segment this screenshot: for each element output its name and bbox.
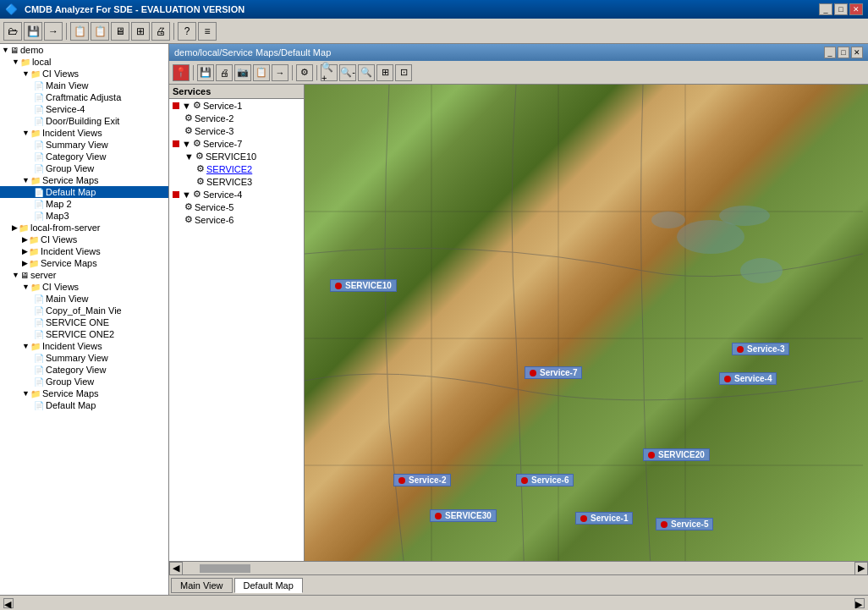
map-close-button[interactable]: ✕ bbox=[851, 47, 863, 58]
map-fit-button[interactable]: ⊞ bbox=[376, 64, 393, 81]
map-save-button[interactable]: 💾 bbox=[197, 64, 214, 81]
window-controls[interactable]: _ □ ✕ bbox=[819, 3, 863, 15]
service-item-service7[interactable]: ▼ ⚙ Service-7 bbox=[169, 137, 304, 150]
paste-button[interactable]: 📋 bbox=[91, 22, 109, 41]
expand-icon[interactable]: ▼ bbox=[2, 46, 9, 54]
tab-default-map[interactable]: Default Map bbox=[234, 578, 303, 593]
tree-item-main-view[interactable]: 📄 Main View bbox=[0, 80, 168, 91]
expand-icon[interactable]: ▼ bbox=[12, 271, 19, 279]
status-nav-right[interactable]: ▶ bbox=[854, 598, 865, 608]
tree-item-main-view-s[interactable]: 📄 Main View bbox=[0, 293, 168, 305]
service-item-service10[interactable]: ▼ ⚙ SERVICE10 bbox=[169, 150, 304, 162]
expand-icon[interactable]: ▼ bbox=[22, 283, 30, 291]
tree-item-summary-view[interactable]: 📄 Summary View bbox=[0, 139, 168, 151]
expand-icon[interactable]: ▼ bbox=[12, 58, 19, 66]
expand-icon[interactable]: ▼ bbox=[22, 342, 30, 350]
map-settings-button[interactable]: ⚙ bbox=[296, 64, 313, 81]
tree-item-map3[interactable]: 📄 Map3 bbox=[0, 210, 168, 222]
tree-item-service-maps-local[interactable]: ▼ 📁 Service Maps bbox=[0, 174, 168, 186]
save-button[interactable]: 💾 bbox=[24, 22, 42, 41]
expand-icon[interactable]: ▼ bbox=[182, 139, 191, 149]
tree-item-incident-local[interactable]: ▼ 📁 Incident Views bbox=[0, 127, 168, 139]
map-zoom-out-button[interactable]: 🔍- bbox=[339, 64, 356, 81]
expand-icon[interactable]: ▼ bbox=[22, 389, 30, 398]
service-item-service30[interactable]: ⚙ SERVICE3 bbox=[169, 175, 304, 188]
map-pin-button[interactable]: 📍 bbox=[173, 64, 190, 81]
map-label-service20[interactable]: SERVICE20 bbox=[643, 448, 710, 461]
service-item-service3[interactable]: ⚙ Service-3 bbox=[169, 124, 304, 137]
tree-item-copy-main[interactable]: 📄 Copy_of_Main Vie bbox=[0, 305, 168, 316]
scroll-thumb[interactable] bbox=[200, 564, 250, 573]
view-button[interactable]: 🖥 bbox=[111, 22, 129, 41]
service-item-service20[interactable]: ⚙ SERVICE2 bbox=[169, 162, 304, 175]
expand-icon[interactable]: ▼ bbox=[22, 176, 30, 184]
tree-item-ci-server[interactable]: ▼ 📁 CI Views bbox=[0, 281, 168, 293]
tree-item-incident-lfs[interactable]: ▶ 📁 Incident Views bbox=[0, 245, 168, 257]
help-button[interactable]: ? bbox=[178, 22, 196, 41]
map-snap-button[interactable]: 📷 bbox=[234, 64, 251, 81]
service-item-service4[interactable]: ▼ ⚙ Service-4 bbox=[169, 188, 304, 201]
scroll-right-button[interactable]: ▶ bbox=[854, 562, 868, 575]
service-item-service2[interactable]: ⚙ Service-2 bbox=[169, 112, 304, 124]
service-item-service6[interactable]: ⚙ Service-6 bbox=[169, 213, 304, 226]
tree-item-group-view[interactable]: 📄 Group View bbox=[0, 162, 168, 174]
expand-icon[interactable]: ▼ bbox=[182, 101, 191, 111]
minimize-button[interactable]: _ bbox=[819, 3, 832, 15]
tree-item-summary-s[interactable]: 📄 Summary View bbox=[0, 352, 168, 364]
tree-item-service-one[interactable]: 📄 SERVICE ONE bbox=[0, 316, 168, 328]
expand-icon[interactable]: ▼ bbox=[22, 129, 30, 137]
tree-item-group-s[interactable]: 📄 Group View bbox=[0, 376, 168, 387]
new-button[interactable]: 🗁 bbox=[3, 22, 22, 41]
expand-icon[interactable]: ▶ bbox=[22, 247, 28, 256]
tab-main-view[interactable]: Main View bbox=[171, 578, 233, 593]
tree-item-door[interactable]: 📄 Door/Building Exit bbox=[0, 115, 168, 127]
expand-icon[interactable]: ▶ bbox=[12, 223, 18, 232]
map-copy-button[interactable]: 📋 bbox=[253, 64, 270, 81]
map-label-service7[interactable]: Service-7 bbox=[525, 366, 582, 379]
tree-item-local-from-server[interactable]: ▶ 📁 local-from-server bbox=[0, 222, 168, 234]
map-label-service1[interactable]: Service-1 bbox=[575, 512, 633, 525]
tree-item-local[interactable]: ▼ 📁 local bbox=[0, 56, 168, 68]
tree-item-service4[interactable]: 📄 Service-4 bbox=[0, 103, 168, 115]
tree-item-svcmaps-server[interactable]: ▼ 📁 Service Maps bbox=[0, 387, 168, 399]
tree-item-server[interactable]: ▼ 🖥 server bbox=[0, 269, 168, 281]
tree-item-craftmatic[interactable]: 📄 Craftmatic Adjusta bbox=[0, 91, 168, 103]
print-tree-button[interactable]: → bbox=[44, 22, 63, 41]
tree-item-svcmaps-lfs[interactable]: ▶ 📁 Service Maps bbox=[0, 257, 168, 269]
tree-item-service-one2[interactable]: 📄 SERVICE ONE2 bbox=[0, 328, 168, 340]
tree-item-incident-server[interactable]: ▼ 📁 Incident Views bbox=[0, 340, 168, 352]
tree-item-default-map-s[interactable]: 📄 Default Map bbox=[0, 399, 168, 411]
expand-icon[interactable]: ▼ bbox=[182, 190, 191, 200]
map-label-service10[interactable]: SERVICE10 bbox=[330, 279, 397, 292]
map-minimize-button[interactable]: _ bbox=[824, 47, 836, 58]
tree-item-demo[interactable]: ▼ 🖥 demo bbox=[0, 44, 168, 56]
tree-item-default-map[interactable]: 📄 Default Map bbox=[0, 186, 168, 198]
expand-icon[interactable]: ▶ bbox=[22, 235, 28, 244]
map-zoom-reset-button[interactable]: 🔍 bbox=[358, 64, 375, 81]
tree-item-category-view[interactable]: 📄 Category View bbox=[0, 151, 168, 162]
maximize-button[interactable]: □ bbox=[834, 3, 848, 15]
grid-button[interactable]: ⊞ bbox=[131, 22, 150, 41]
tree-item-ci-lfs[interactable]: ▶ 📁 CI Views bbox=[0, 234, 168, 245]
tree-item-ci-views-local[interactable]: ▼ 📁 CI Views bbox=[0, 68, 168, 80]
expand-icon[interactable]: ▼ bbox=[22, 69, 30, 78]
close-button[interactable]: ✕ bbox=[849, 3, 863, 15]
menu-button[interactable]: ≡ bbox=[198, 22, 217, 41]
map-zoom-in-button[interactable]: 🔍+ bbox=[321, 64, 338, 81]
map-print-button[interactable]: 🖨 bbox=[216, 64, 233, 81]
map-label-service3[interactable]: Service-3 bbox=[732, 343, 789, 355]
map-export-button[interactable]: → bbox=[272, 64, 288, 81]
service-item-service5[interactable]: ⚙ Service-5 bbox=[169, 201, 304, 213]
tree-item-category-s[interactable]: 📄 Category View bbox=[0, 364, 168, 376]
map-label-service5[interactable]: Service-5 bbox=[656, 518, 713, 530]
service-item-service1[interactable]: ▼ ⚙ Service-1 bbox=[169, 99, 304, 112]
expand-icon[interactable]: ▼ bbox=[184, 151, 194, 162]
status-nav-left[interactable]: ◀ bbox=[3, 598, 14, 608]
map-hscroll[interactable]: ◀ ▶ bbox=[169, 561, 868, 574]
tree-item-map2[interactable]: 📄 Map 2 bbox=[0, 198, 168, 210]
map-restore-button[interactable]: □ bbox=[838, 47, 849, 58]
export-button[interactable]: 🖨 bbox=[151, 22, 170, 41]
copy-button[interactable]: 📋 bbox=[70, 22, 89, 41]
map-label-service6[interactable]: Service-6 bbox=[516, 474, 574, 486]
map-label-service2[interactable]: Service-2 bbox=[393, 474, 451, 486]
